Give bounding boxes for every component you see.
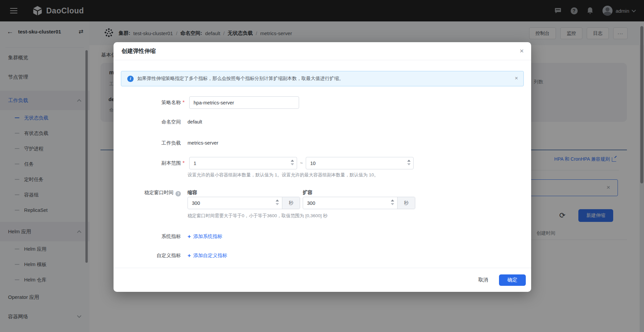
scale-down-window-input[interactable] — [188, 197, 282, 209]
confirm-button[interactable]: 确定 — [499, 274, 526, 286]
scale-up-label: 扩容 — [303, 189, 415, 196]
replica-range-helper: 设置允许的最小容器组副本数量，默认值为 1。设置允许的最大容器组副本数量，默认值… — [188, 172, 378, 178]
replica-max-input[interactable] — [306, 157, 414, 169]
required-mark: * — [183, 160, 186, 166]
system-metrics-label: 系统指标 — [114, 233, 181, 240]
cancel-button[interactable]: 取消 — [472, 274, 494, 286]
policy-name-label: 策略名称 — [114, 96, 181, 109]
plus-icon: + — [188, 253, 191, 258]
custom-metrics-label: 自定义指标 — [114, 252, 181, 259]
namespace-field-label: 命名空间 — [114, 118, 181, 126]
info-alert-text: 如果弹性伸缩策略指定了多个指标，那么会按照每个指标分别计算扩缩副本数，取最大值进… — [137, 76, 344, 82]
alert-close-icon[interactable]: × — [515, 75, 518, 81]
required-mark: * — [183, 100, 186, 106]
info-alert: i 如果弹性伸缩策略指定了多个指标，那么会按照每个指标分别计算扩缩副本数，取最大… — [121, 71, 524, 86]
stability-window-label: 稳定窗口时间? — [114, 189, 181, 209]
seconds-unit: 秒 — [397, 197, 415, 209]
range-separator: ~ — [300, 157, 303, 169]
spinner-down-icon[interactable] — [291, 163, 294, 165]
spinner-down-icon[interactable] — [391, 203, 394, 205]
spinner-up-icon[interactable] — [391, 199, 394, 201]
close-icon[interactable]: × — [520, 47, 524, 54]
add-system-metric-link[interactable]: + 添加系统指标 — [188, 233, 222, 240]
info-icon: i — [127, 76, 134, 82]
plus-icon: + — [188, 234, 191, 239]
scale-up-window-input[interactable] — [303, 197, 397, 209]
spinner-down-icon[interactable] — [276, 203, 279, 205]
replica-range-label: 副本范围 — [114, 157, 181, 169]
spinner-up-icon[interactable] — [407, 160, 411, 162]
spinner-up-icon[interactable] — [276, 199, 279, 201]
workload-field-label: 工作负载 — [114, 139, 181, 147]
create-hpa-modal: 创建弹性伸缩 × i 如果弹性伸缩策略指定了多个指标，那么会按照每个指标分别计算… — [114, 42, 531, 292]
seconds-unit: 秒 — [282, 197, 300, 209]
namespace-field-value: default — [188, 118, 202, 126]
spinner-down-icon[interactable] — [407, 163, 411, 165]
modal-title: 创建弹性伸缩 — [122, 47, 156, 55]
spinner-up-icon[interactable] — [291, 160, 294, 162]
stability-window-helper: 稳定窗口时间需要大于等于0，小于等于3600，取值范围为 [0,3600] 秒 — [188, 213, 328, 219]
replica-min-input[interactable] — [189, 157, 297, 169]
add-custom-metric-link[interactable]: + 添加自定义指标 — [188, 252, 227, 259]
workload-field-value: metrics-server — [188, 139, 218, 147]
policy-name-input[interactable] — [189, 96, 299, 109]
question-icon[interactable]: ? — [175, 191, 181, 196]
scale-down-label: 缩容 — [188, 189, 300, 196]
